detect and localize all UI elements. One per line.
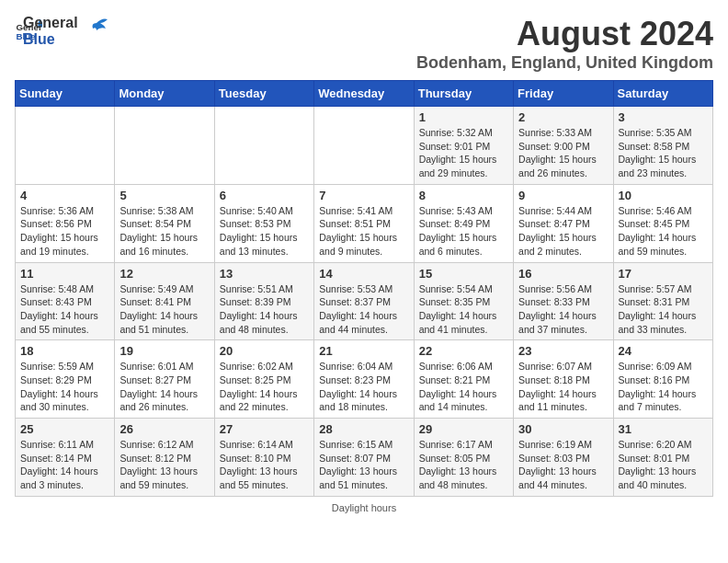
day-cell: 3Sunrise: 5:35 AM Sunset: 8:58 PM Daylig…	[613, 107, 712, 185]
day-cell: 11Sunrise: 5:48 AM Sunset: 8:43 PM Dayli…	[16, 262, 115, 340]
day-detail: Sunrise: 6:14 AM Sunset: 8:10 PM Dayligh…	[220, 438, 309, 492]
day-cell: 28Sunrise: 6:15 AM Sunset: 8:07 PM Dayli…	[314, 419, 414, 497]
day-number: 8	[419, 189, 508, 202]
day-detail: Sunrise: 5:53 AM Sunset: 8:37 PM Dayligh…	[319, 282, 408, 337]
week-row-5: 25Sunrise: 6:11 AM Sunset: 8:14 PM Dayli…	[16, 419, 713, 497]
day-cell: 9Sunrise: 5:44 AM Sunset: 8:47 PM Daylig…	[514, 184, 613, 262]
day-detail: Sunrise: 6:15 AM Sunset: 8:07 PM Dayligh…	[319, 438, 408, 492]
day-number: 10	[619, 189, 708, 202]
day-number: 6	[220, 189, 309, 202]
header-row: SundayMondayTuesdayWednesdayThursdayFrid…	[16, 81, 713, 107]
day-number: 2	[518, 110, 608, 124]
day-number: 26	[119, 422, 209, 436]
day-detail: Sunrise: 5:43 AM Sunset: 8:49 PM Dayligh…	[419, 204, 508, 259]
logo: General Blue General Blue	[15, 15, 109, 47]
day-cell: 1Sunrise: 5:32 AM Sunset: 9:01 PM Daylig…	[414, 107, 513, 185]
day-detail: Sunrise: 5:48 AM Sunset: 8:43 PM Dayligh…	[20, 282, 109, 337]
day-number: 15	[419, 267, 508, 281]
col-header-friday: Friday	[514, 81, 613, 107]
day-detail: Sunrise: 5:33 AM Sunset: 9:00 PM Dayligh…	[518, 126, 608, 180]
day-cell: 23Sunrise: 6:07 AM Sunset: 8:18 PM Dayli…	[514, 340, 613, 419]
day-cell: 5Sunrise: 5:38 AM Sunset: 8:54 PM Daylig…	[115, 184, 214, 262]
day-cell: 14Sunrise: 5:53 AM Sunset: 8:37 PM Dayli…	[314, 262, 414, 340]
day-cell: 4Sunrise: 5:36 AM Sunset: 8:56 PM Daylig…	[16, 184, 115, 262]
day-detail: Sunrise: 5:49 AM Sunset: 8:41 PM Dayligh…	[119, 282, 209, 337]
day-detail: Sunrise: 6:07 AM Sunset: 8:18 PM Dayligh…	[518, 360, 608, 414]
day-detail: Sunrise: 6:02 AM Sunset: 8:25 PM Dayligh…	[220, 360, 309, 414]
week-row-3: 11Sunrise: 5:48 AM Sunset: 8:43 PM Dayli…	[16, 262, 713, 340]
day-detail: Sunrise: 6:11 AM Sunset: 8:14 PM Dayligh…	[20, 438, 109, 492]
day-number: 16	[518, 267, 608, 281]
title-area: August 2024 Bodenham, England, United Ki…	[416, 15, 713, 73]
header: General Blue General Blue August 2024 Bo…	[15, 15, 713, 73]
day-cell: 26Sunrise: 6:12 AM Sunset: 8:12 PM Dayli…	[115, 419, 214, 497]
day-cell: 12Sunrise: 5:49 AM Sunset: 8:41 PM Dayli…	[115, 262, 214, 340]
day-number: 18	[20, 344, 109, 358]
day-number: 3	[619, 110, 708, 124]
logo-blue: Blue	[23, 31, 78, 48]
day-number: 30	[518, 422, 608, 436]
col-header-monday: Monday	[115, 81, 214, 107]
day-number: 4	[20, 189, 109, 202]
day-cell: 10Sunrise: 5:46 AM Sunset: 8:45 PM Dayli…	[613, 184, 712, 262]
day-number: 11	[20, 267, 109, 281]
day-detail: Sunrise: 5:35 AM Sunset: 8:58 PM Dayligh…	[619, 126, 708, 180]
col-header-sunday: Sunday	[16, 81, 115, 107]
day-detail: Sunrise: 5:57 AM Sunset: 8:31 PM Dayligh…	[619, 282, 708, 337]
week-row-2: 4Sunrise: 5:36 AM Sunset: 8:56 PM Daylig…	[16, 184, 713, 262]
day-cell: 20Sunrise: 6:02 AM Sunset: 8:25 PM Dayli…	[214, 340, 313, 419]
day-cell: 27Sunrise: 6:14 AM Sunset: 8:10 PM Dayli…	[214, 419, 313, 497]
day-number: 29	[419, 422, 508, 436]
day-cell: 19Sunrise: 6:01 AM Sunset: 8:27 PM Dayli…	[115, 340, 214, 419]
day-detail: Sunrise: 6:12 AM Sunset: 8:12 PM Dayligh…	[119, 438, 209, 492]
day-number: 7	[319, 189, 408, 202]
day-cell: 8Sunrise: 5:43 AM Sunset: 8:49 PM Daylig…	[414, 184, 513, 262]
day-cell: 30Sunrise: 6:19 AM Sunset: 8:03 PM Dayli…	[514, 419, 613, 497]
col-header-thursday: Thursday	[414, 81, 513, 107]
logo-general: General	[23, 15, 78, 31]
day-detail: Sunrise: 6:20 AM Sunset: 8:01 PM Dayligh…	[619, 438, 708, 492]
day-number: 19	[119, 344, 209, 358]
day-detail: Sunrise: 6:19 AM Sunset: 8:03 PM Dayligh…	[518, 438, 608, 492]
day-detail: Sunrise: 5:51 AM Sunset: 8:39 PM Dayligh…	[220, 282, 309, 337]
col-header-saturday: Saturday	[613, 81, 712, 107]
day-detail: Sunrise: 6:17 AM Sunset: 8:05 PM Dayligh…	[419, 438, 508, 492]
day-number: 20	[220, 344, 309, 358]
calendar-table: SundayMondayTuesdayWednesdayThursdayFrid…	[15, 80, 713, 497]
day-cell: 31Sunrise: 6:20 AM Sunset: 8:01 PM Dayli…	[613, 419, 712, 497]
col-header-wednesday: Wednesday	[314, 81, 414, 107]
day-detail: Sunrise: 6:01 AM Sunset: 8:27 PM Dayligh…	[119, 360, 209, 414]
day-detail: Sunrise: 6:06 AM Sunset: 8:21 PM Dayligh…	[419, 360, 508, 414]
day-number: 12	[119, 267, 209, 281]
day-detail: Sunrise: 5:59 AM Sunset: 8:29 PM Dayligh…	[20, 360, 109, 414]
day-cell: 7Sunrise: 5:41 AM Sunset: 8:51 PM Daylig…	[314, 184, 414, 262]
day-number: 21	[319, 344, 408, 358]
day-detail: Sunrise: 5:41 AM Sunset: 8:51 PM Dayligh…	[319, 204, 408, 259]
day-cell: 25Sunrise: 6:11 AM Sunset: 8:14 PM Dayli…	[16, 419, 115, 497]
day-detail: Sunrise: 6:09 AM Sunset: 8:16 PM Dayligh…	[619, 360, 708, 414]
week-row-1: 1Sunrise: 5:32 AM Sunset: 9:01 PM Daylig…	[16, 107, 713, 185]
day-cell: 17Sunrise: 5:57 AM Sunset: 8:31 PM Dayli…	[613, 262, 712, 340]
footer-note: Daylight hours	[15, 502, 713, 513]
day-cell: 18Sunrise: 5:59 AM Sunset: 8:29 PM Dayli…	[16, 340, 115, 419]
day-cell: 13Sunrise: 5:51 AM Sunset: 8:39 PM Dayli…	[214, 262, 313, 340]
day-cell	[214, 107, 313, 185]
day-number: 25	[20, 422, 109, 436]
day-cell: 2Sunrise: 5:33 AM Sunset: 9:00 PM Daylig…	[514, 107, 613, 185]
month-year: August 2024	[416, 15, 713, 53]
day-detail: Sunrise: 5:32 AM Sunset: 9:01 PM Dayligh…	[419, 126, 508, 180]
day-number: 31	[619, 422, 708, 436]
day-number: 23	[518, 344, 608, 358]
day-cell	[314, 107, 414, 185]
logo-bird-icon	[84, 14, 109, 40]
location: Bodenham, England, United Kingdom	[416, 53, 713, 73]
day-cell: 29Sunrise: 6:17 AM Sunset: 8:05 PM Dayli…	[414, 419, 513, 497]
day-detail: Sunrise: 5:38 AM Sunset: 8:54 PM Dayligh…	[119, 204, 209, 259]
day-number: 22	[419, 344, 508, 358]
day-cell: 15Sunrise: 5:54 AM Sunset: 8:35 PM Dayli…	[414, 262, 513, 340]
day-cell	[115, 107, 214, 185]
day-cell: 21Sunrise: 6:04 AM Sunset: 8:23 PM Dayli…	[314, 340, 414, 419]
day-detail: Sunrise: 6:04 AM Sunset: 8:23 PM Dayligh…	[319, 360, 408, 414]
day-number: 5	[119, 189, 209, 202]
day-number: 24	[619, 344, 708, 358]
